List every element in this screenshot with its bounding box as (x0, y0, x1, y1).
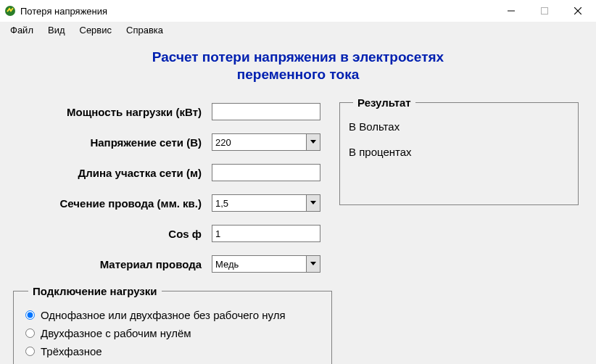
title-bar: Потеря напряжения (0, 0, 596, 22)
connection-legend: Подключение нагрузки (28, 285, 162, 297)
length-label: Длина участка сети (м) (13, 167, 212, 179)
chevron-down-icon (306, 256, 320, 272)
connection-option-2[interactable]: Двухфазное с рабочим нулём (24, 327, 321, 339)
power-label: Мощность нагрузки (кВт) (13, 106, 212, 118)
connection-option-3[interactable]: Трёхфазное (24, 345, 321, 357)
svg-rect-2 (542, 8, 548, 15)
close-button[interactable] (561, 0, 595, 22)
section-combo[interactable]: 1,5 (212, 194, 320, 212)
section-label: Сечение провода (мм. кв.) (13, 197, 212, 210)
menu-view[interactable]: Вид (41, 22, 73, 38)
connection-radio-1[interactable] (25, 310, 35, 320)
voltage-label: Напряжение сети (В) (13, 136, 212, 149)
result-group: Результат В Вольтах В процентах (339, 96, 579, 205)
chevron-down-icon (306, 195, 320, 211)
menu-bar: Файл Вид Сервис Справка (0, 22, 596, 38)
material-combo[interactable]: Медь (212, 255, 320, 273)
heading-line2: переменного тока (0, 66, 596, 83)
length-input[interactable] (212, 164, 320, 181)
menu-help[interactable]: Справка (119, 22, 170, 38)
cos-label: Cos ф (13, 228, 212, 240)
voltage-combo-value: 220 (212, 137, 306, 148)
maximize-button[interactable] (528, 0, 561, 22)
result-inner: В Вольтах В процентах (349, 120, 569, 158)
content-area: Мощность нагрузки (кВт) Напряжение сети … (0, 96, 596, 364)
result-percent: В процентах (349, 146, 569, 158)
power-input[interactable] (212, 103, 320, 120)
connection-opt1-label: Однофазное или двухфазное без рабочего н… (41, 309, 286, 321)
voltage-combo[interactable]: 220 (212, 133, 320, 151)
result-volts: В Вольтах (349, 120, 569, 133)
window-title: Потеря напряжения (20, 6, 107, 17)
connection-opt3-label: Трёхфазное (41, 345, 102, 357)
material-label: Материал провода (13, 258, 212, 270)
page-heading: Расчет потери напряжения в электросетях … (0, 49, 596, 83)
result-column: Результат В Вольтах В процентах (339, 96, 579, 364)
heading-line1: Расчет потери напряжения в электросетях (0, 49, 596, 66)
connection-option-1[interactable]: Однофазное или двухфазное без рабочего н… (24, 309, 321, 321)
menu-service[interactable]: Сервис (73, 22, 120, 38)
app-icon (4, 5, 16, 17)
connection-radio-2[interactable] (25, 328, 35, 338)
material-combo-value: Медь (212, 259, 306, 270)
cos-input[interactable] (212, 225, 320, 242)
section-combo-value: 1,5 (212, 198, 306, 209)
form-column: Мощность нагрузки (кВт) Напряжение сети … (13, 96, 332, 364)
menu-file[interactable]: Файл (3, 22, 41, 38)
chevron-down-icon (306, 134, 320, 150)
minimize-button[interactable] (494, 0, 528, 22)
connection-opt2-label: Двухфазное с рабочим нулём (41, 327, 191, 339)
app-window: Потеря напряжения Файл Вид Сервис Справк… (0, 0, 596, 364)
connection-radio-3[interactable] (25, 347, 35, 356)
connection-group: Подключение нагрузки Однофазное или двух… (13, 285, 332, 364)
result-legend: Результат (353, 96, 415, 109)
